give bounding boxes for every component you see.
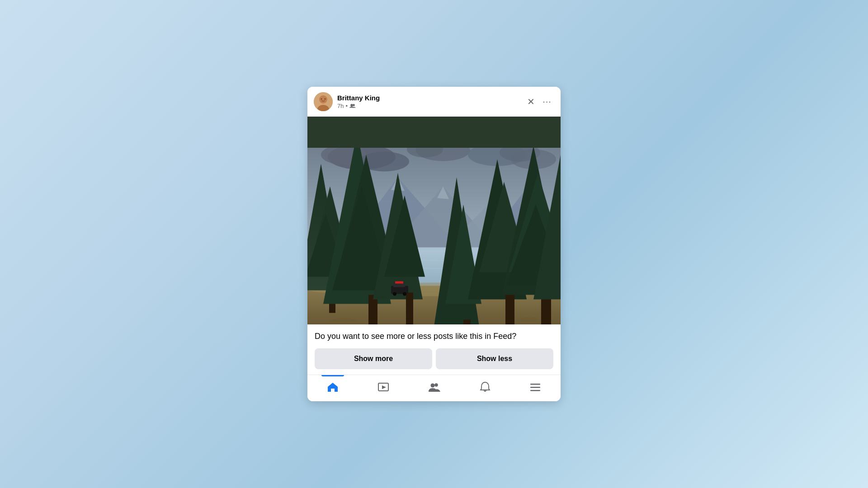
svg-marker-19 bbox=[389, 186, 497, 249]
more-icon: ··· bbox=[542, 96, 552, 107]
svg-marker-24 bbox=[437, 186, 449, 199]
svg-rect-54 bbox=[391, 286, 408, 294]
svg-point-6 bbox=[350, 104, 353, 107]
svg-marker-23 bbox=[391, 177, 405, 191]
svg-point-64 bbox=[431, 384, 435, 388]
nav-item-watch[interactable] bbox=[368, 380, 398, 397]
svg-rect-68 bbox=[530, 390, 540, 391]
svg-marker-37 bbox=[332, 186, 391, 290]
svg-rect-8 bbox=[307, 148, 561, 324]
svg-point-60 bbox=[477, 323, 500, 324]
svg-rect-55 bbox=[393, 282, 405, 287]
landscape-image bbox=[307, 148, 561, 324]
svg-marker-17 bbox=[307, 191, 425, 249]
svg-marker-50 bbox=[506, 204, 561, 286]
svg-rect-66 bbox=[530, 384, 540, 385]
svg-marker-21 bbox=[479, 191, 561, 249]
svg-marker-48 bbox=[502, 148, 561, 295]
more-options-button[interactable]: ··· bbox=[540, 94, 554, 109]
show-less-button[interactable]: Show less bbox=[436, 348, 553, 369]
svg-point-3 bbox=[314, 92, 333, 111]
svg-marker-49 bbox=[509, 173, 561, 272]
dot-separator: • bbox=[345, 103, 348, 109]
svg-marker-46 bbox=[479, 182, 529, 272]
post-card: Brittany King 7h • ✕ ··· bbox=[307, 87, 561, 401]
svg-marker-18 bbox=[344, 177, 461, 249]
bottom-nav bbox=[307, 375, 561, 401]
post-content: Do you want to see more or less posts li… bbox=[307, 324, 561, 375]
svg-line-27 bbox=[353, 258, 466, 261]
home-icon bbox=[327, 382, 339, 395]
svg-line-28 bbox=[398, 267, 533, 270]
svg-point-13 bbox=[407, 148, 443, 158]
svg-point-7 bbox=[353, 104, 355, 106]
svg-point-16 bbox=[511, 149, 556, 169]
svg-rect-25 bbox=[307, 247, 561, 292]
svg-point-10 bbox=[321, 148, 366, 165]
svg-point-61 bbox=[520, 317, 538, 322]
svg-point-58 bbox=[403, 292, 406, 296]
post-time: 7h • bbox=[337, 103, 524, 109]
svg-marker-42 bbox=[434, 177, 479, 324]
svg-rect-56 bbox=[395, 281, 403, 283]
post-meta: Brittany King 7h • bbox=[337, 94, 524, 109]
close-icon: ✕ bbox=[527, 96, 535, 107]
friends-icon bbox=[349, 103, 356, 108]
svg-point-11 bbox=[359, 151, 409, 171]
svg-marker-43 bbox=[445, 204, 481, 304]
svg-point-57 bbox=[393, 292, 396, 296]
svg-point-5 bbox=[325, 98, 326, 99]
header-actions: ✕ ··· bbox=[524, 94, 554, 109]
nav-item-home[interactable] bbox=[318, 380, 348, 397]
svg-rect-51 bbox=[541, 288, 551, 324]
svg-rect-47 bbox=[505, 292, 514, 324]
svg-rect-34 bbox=[329, 281, 335, 313]
svg-marker-32 bbox=[312, 186, 348, 258]
friends-nav-icon bbox=[428, 382, 441, 395]
action-buttons: Show more Show less bbox=[315, 348, 553, 369]
post-author: Brittany King bbox=[337, 94, 524, 102]
svg-marker-22 bbox=[511, 200, 561, 249]
svg-point-15 bbox=[500, 148, 540, 162]
bell-icon bbox=[480, 381, 491, 396]
svg-point-9 bbox=[328, 148, 396, 170]
svg-marker-33 bbox=[307, 213, 346, 277]
close-button[interactable]: ✕ bbox=[524, 94, 538, 109]
svg-marker-52 bbox=[533, 155, 561, 299]
svg-marker-31 bbox=[307, 164, 344, 290]
menu-icon bbox=[529, 382, 541, 395]
svg-rect-67 bbox=[530, 387, 540, 388]
svg-marker-39 bbox=[373, 173, 423, 299]
svg-marker-20 bbox=[443, 195, 552, 249]
svg-rect-44 bbox=[463, 319, 471, 324]
nav-item-notifications[interactable] bbox=[471, 380, 500, 398]
avatar bbox=[314, 92, 333, 111]
nav-item-friends[interactable] bbox=[419, 380, 450, 397]
post-header: Brittany King 7h • ✕ ··· bbox=[307, 87, 561, 117]
svg-point-59 bbox=[330, 318, 357, 324]
svg-point-12 bbox=[416, 148, 470, 161]
svg-point-4 bbox=[321, 98, 322, 99]
post-question: Do you want to see more or less posts li… bbox=[315, 331, 553, 342]
show-more-button[interactable]: Show more bbox=[315, 348, 432, 369]
svg-point-30 bbox=[307, 282, 561, 296]
svg-marker-63 bbox=[382, 385, 386, 389]
svg-line-26 bbox=[330, 252, 398, 254]
svg-marker-35 bbox=[323, 148, 391, 304]
svg-point-14 bbox=[468, 148, 527, 166]
svg-rect-29 bbox=[307, 286, 561, 324]
post-image bbox=[307, 117, 561, 324]
svg-rect-41 bbox=[406, 292, 413, 324]
watch-icon bbox=[377, 382, 389, 395]
nav-item-menu[interactable] bbox=[520, 380, 550, 397]
svg-marker-45 bbox=[468, 159, 527, 299]
svg-marker-40 bbox=[384, 195, 425, 277]
svg-rect-38 bbox=[368, 295, 377, 324]
svg-point-65 bbox=[434, 383, 438, 387]
svg-marker-36 bbox=[339, 155, 393, 267]
